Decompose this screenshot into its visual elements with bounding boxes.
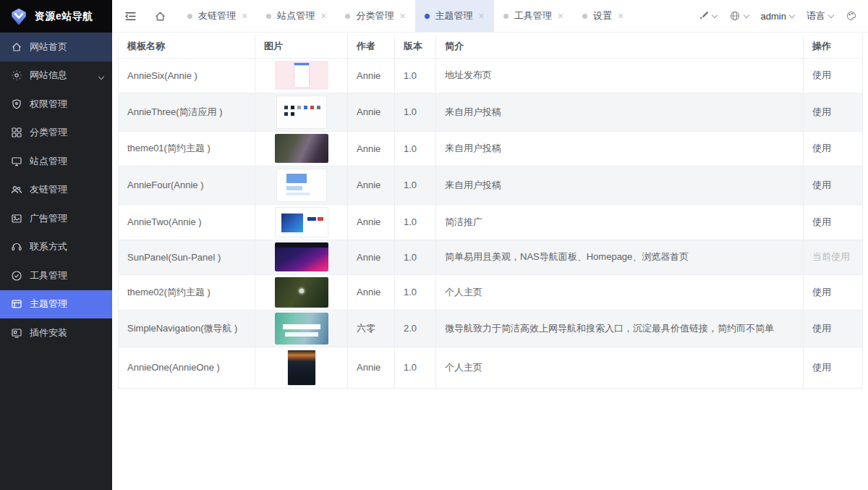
template-version: 1.0 <box>395 131 436 166</box>
globe-dropdown[interactable] <box>729 10 749 22</box>
sidebar-item-label: 站点管理 <box>30 155 67 168</box>
sidebar-item-label: 分类管理 <box>30 126 67 139</box>
template-author: Annie <box>348 240 395 274</box>
sidebar-item-label: 主题管理 <box>30 297 67 311</box>
theme-thumbnail <box>276 96 327 129</box>
tab-link-manage[interactable]: 友链管理 <box>178 0 257 32</box>
template-name: AnnieTwo(Annie ) <box>119 204 255 240</box>
sidebar-item-plugins[interactable]: 插件安装 <box>0 318 112 347</box>
themes-table: 模板名称 图片 作者 版本 简介 操作 AnnieSix(Annie ) Ann… <box>118 35 863 389</box>
monitor-icon <box>11 156 22 167</box>
template-description: 微导航致力于简洁高效上网导航和搜索入口，沉淀最具价值链接，简约而不简单 <box>436 310 804 347</box>
sidebar-item-label: 网站信息 <box>30 69 67 82</box>
template-description: 个人主页 <box>436 347 804 388</box>
tab-close-icon[interactable] <box>558 11 563 21</box>
column-header-name: 模板名称 <box>119 35 255 58</box>
column-header-action: 操作 <box>804 35 863 58</box>
template-name: theme02(简约主题 ) <box>119 274 255 310</box>
template-name: SunPanel(Sun-Panel ) <box>119 240 255 274</box>
table-row: AnnieOne(AnnieOne ) Annie 1.0 个人主页 使用 <box>119 347 863 388</box>
topbar: 友链管理 站点管理 分类管理 主题管理 工具管理 设置 <box>112 0 868 33</box>
sidebar-item-categories[interactable]: 分类管理 <box>0 119 112 148</box>
template-description: 简单易用且美观，NAS导航面板、Homepage、浏览器首页 <box>436 240 804 274</box>
home-icon[interactable] <box>145 0 175 32</box>
user-menu[interactable]: admin <box>761 11 794 22</box>
sidebar-item-themes[interactable]: 主题管理 <box>0 290 112 319</box>
username: admin <box>761 11 786 22</box>
app-title: 资源e站导航 <box>35 10 93 23</box>
theme-card-icon <box>11 298 22 310</box>
sidebar-item-home[interactable]: 网站首页 <box>0 33 112 62</box>
contact-icon <box>11 241 22 253</box>
tab-dot-icon <box>345 14 350 19</box>
sidebar-item-label: 友链管理 <box>30 183 67 196</box>
template-version: 1.0 <box>395 274 436 310</box>
tab-site-manage[interactable]: 站点管理 <box>257 0 336 32</box>
use-button[interactable]: 使用 <box>812 362 831 373</box>
tab-settings[interactable]: 设置 <box>573 0 633 32</box>
table-row: SimpleNavigation(微导航 ) 六零 2.0 微导航致力于简洁高效… <box>119 310 863 347</box>
sidebar-item-label: 插件安装 <box>30 326 67 339</box>
template-author: Annie <box>348 166 395 204</box>
theme-thumbnail <box>275 207 328 237</box>
sidebar-item-friend-links[interactable]: 友链管理 <box>0 176 112 205</box>
tab-label: 工具管理 <box>514 9 552 22</box>
tab-tool-manage[interactable]: 工具管理 <box>494 0 573 32</box>
sidebar-item-sites[interactable]: 站点管理 <box>0 147 112 176</box>
tab-close-icon[interactable] <box>242 11 247 21</box>
tab-dot-icon <box>503 14 509 19</box>
template-version: 1.0 <box>395 347 436 388</box>
tab-label: 主题管理 <box>435 9 473 22</box>
brush-theme-dropdown[interactable] <box>697 10 717 22</box>
table-row: AnnieTwo(Annie ) Annie 1.0 简洁推广 使用 <box>119 204 863 240</box>
template-author: Annie <box>348 93 395 131</box>
template-version: 1.0 <box>395 58 436 93</box>
template-description: 来自用户投稿 <box>436 131 804 166</box>
app-logo-icon <box>9 7 28 26</box>
tab-theme-manage[interactable]: 主题管理 <box>415 0 494 32</box>
chevron-down-icon <box>99 70 103 81</box>
use-button[interactable]: 使用 <box>812 143 831 153</box>
use-button[interactable]: 使用 <box>812 69 831 80</box>
column-header-author: 作者 <box>348 35 395 58</box>
users-icon <box>11 184 22 195</box>
sidebar-item-label: 权限管理 <box>30 98 67 111</box>
theme-thumbnail <box>275 277 328 308</box>
template-name: theme01(简约主题 ) <box>119 131 255 166</box>
use-button[interactable]: 使用 <box>812 287 831 297</box>
language-menu[interactable]: 语言 <box>807 9 833 22</box>
theme-thumbnail <box>275 134 328 163</box>
tab-category-manage[interactable]: 分类管理 <box>336 0 414 32</box>
plugin-icon <box>11 327 22 339</box>
palette-button[interactable] <box>846 10 857 22</box>
collapse-sidebar-icon[interactable] <box>112 0 145 32</box>
table-row: theme02(简约主题 ) Annie 1.0 个人主页 使用 <box>119 274 863 310</box>
tab-close-icon[interactable] <box>320 11 326 21</box>
chevron-down-icon <box>828 12 834 17</box>
sidebar-item-label: 网站首页 <box>30 41 67 54</box>
column-header-description: 简介 <box>436 35 804 58</box>
sidebar-item-tools[interactable]: 工具管理 <box>0 261 112 290</box>
app-logo-block: 资源e站导航 <box>0 0 112 33</box>
tab-label: 友链管理 <box>198 9 236 22</box>
sidebar-item-label: 工具管理 <box>30 269 67 282</box>
tab-close-icon[interactable] <box>399 11 405 21</box>
sidebar-item-contact[interactable]: 联系方式 <box>0 233 112 262</box>
column-header-image: 图片 <box>255 35 348 58</box>
sidebar-item-site-info[interactable]: 网站信息 <box>0 62 112 90</box>
chevron-down-icon <box>743 12 749 17</box>
use-button[interactable]: 使用 <box>812 106 831 117</box>
sidebar-item-ads[interactable]: 广告管理 <box>0 204 112 233</box>
image-icon <box>11 213 22 224</box>
sidebar: 网站首页 网站信息 权限管理 分类管理 站点管理 友链管理 <box>0 33 112 490</box>
theme-thumbnail <box>287 350 316 386</box>
tab-dot-icon <box>187 14 192 19</box>
tab-close-icon[interactable] <box>618 11 624 21</box>
use-button[interactable]: 使用 <box>812 179 831 190</box>
chevron-down-icon <box>789 12 795 17</box>
sidebar-item-permissions[interactable]: 权限管理 <box>0 90 112 119</box>
use-button[interactable]: 使用 <box>812 323 831 334</box>
use-button[interactable]: 使用 <box>812 216 831 227</box>
template-name: AnnieSix(Annie ) <box>119 58 255 93</box>
tab-close-icon[interactable] <box>479 11 485 21</box>
